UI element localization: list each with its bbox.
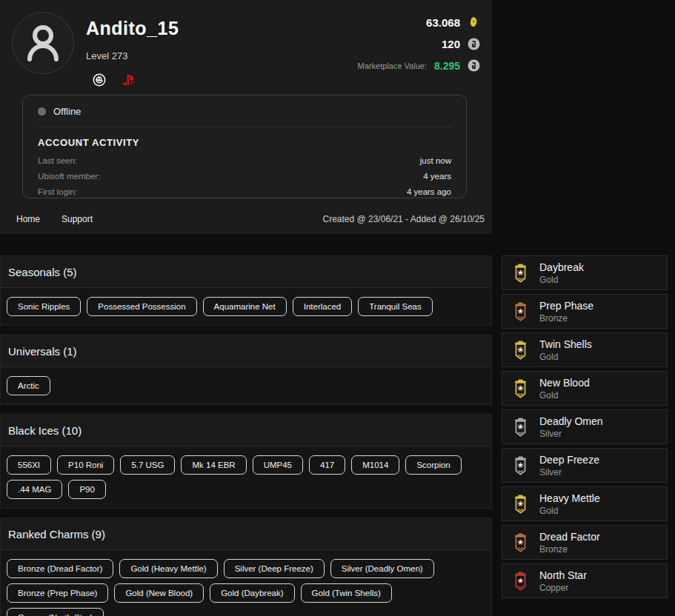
activity-value: just now [420,156,451,165]
charm-name: New Blood [539,377,590,389]
charm-name: Deep Freeze [539,454,599,466]
chip[interactable]: Sonic Ripples [7,297,81,316]
chip[interactable]: Gold (New Blood) [114,583,204,603]
chip[interactable]: 417 [309,455,345,475]
charm-icon [513,378,528,399]
currency-column: 63.068120Marketplace Value:8.295 [321,12,480,90]
chip[interactable]: Arctic [7,376,50,395]
section-header: Universals (1) [1,335,491,367]
currency-value: 8.295 [434,60,460,72]
section: Ranked Charms (9)Bronze (Dread Factor)Go… [0,518,492,616]
charm-icon [513,494,528,515]
charm-tier-label: Gold [539,352,592,362]
charm-banner-icon [513,301,528,322]
charm-card[interactable]: New BloodGold [502,371,668,406]
section-title: Black Ices (10) [8,424,82,437]
r6-credits-icon [468,38,480,50]
section-body: Sonic RipplesPossessed PossessionAquamar… [1,288,491,325]
charm-name: Twin Shells [539,338,592,350]
charm-card[interactable]: Heavy MettleGold [502,486,668,521]
charm-card[interactable]: Dread FactorBronze [502,525,668,560]
platform-icons [86,73,321,90]
charm-card[interactable]: Twin ShellsGold [502,332,668,367]
charm-card[interactable]: DaybreakGold [502,255,668,290]
charm-name: Dread Factor [539,531,600,543]
footer-link-home[interactable]: Home [16,214,40,224]
page-title: Andito_15 [86,18,321,39]
charm-card[interactable]: Prep PhaseBronze [502,294,668,329]
playstation-icon [122,73,136,90]
charm-banner-icon [513,263,528,284]
charm-name: Deadly Omen [539,415,603,427]
chip[interactable]: Bronze (Dread Factor) [7,559,113,578]
chip[interactable]: Possessed Possession [87,297,196,316]
ubisoft-icon [93,73,106,90]
section-header: Black Ices (10) [1,415,491,446]
status-badge: Offline [53,106,81,117]
charm-name: Heavy Mettle [539,492,600,504]
section-body: 556XIP10 Roni5.7 USGMk 14 EBRUMP45417M10… [1,446,491,508]
section-title: Universals (1) [8,345,77,358]
charm-banner-icon [513,455,528,476]
charm-tier-label: Copper [539,583,587,593]
section-header: Seasonals (5) [1,256,491,288]
section: Seasonals (5)Sonic RipplesPossessed Poss… [0,255,492,326]
chip[interactable]: UMP45 [253,455,303,475]
profile-header: Andito_15 Level 273 [0,0,492,234]
chip[interactable]: Interlaced [293,297,353,316]
activity-label: Ubisoft member: [38,172,100,181]
charm-text: Deadly OmenSilver [539,415,603,439]
r6-credits-icon [468,59,480,72]
charm-banner-icon [513,378,528,399]
activity-value: 4 years ago [407,187,451,196]
charm-text: Twin ShellsGold [539,338,592,362]
chip[interactable]: 556XI [7,455,51,475]
person-icon [22,22,64,64]
identity: Andito_15 Level 273 [86,12,321,90]
chip[interactable]: 5.7 USG [120,455,175,475]
chip[interactable]: Tranquil Seas [358,297,433,316]
chip[interactable]: Silver (Deep Freeze) [224,559,325,578]
charm-sidebar: DaybreakGold Prep PhaseBronze Twin Shell… [502,255,668,602]
chip[interactable]: Mk 14 EBR [181,455,246,475]
charm-text: New BloodGold [539,377,590,401]
charm-tier-label: Bronze [539,544,600,555]
charm-text: Deep FreezeSilver [539,454,599,478]
section-body: Arctic [1,367,491,404]
charm-banner-icon [513,340,528,361]
level-label: Level 273 [86,50,321,61]
charm-text: Dread FactorBronze [539,531,600,555]
section-body: Bronze (Dread Factor)Gold (Heavy Mettle)… [1,550,491,616]
charm-icon [513,532,528,553]
chip[interactable]: Gold (Twin Shells) [301,583,392,603]
chip[interactable]: .44 MAG [7,480,62,499]
charm-card[interactable]: North StarCopper [502,563,668,598]
charm-icon [513,455,528,476]
page: Andito_15 Level 273 [0,0,675,616]
charm-icon [513,340,528,361]
chip[interactable]: Gold (Heavy Mettle) [119,559,217,578]
charm-tier-label: Bronze [539,313,593,324]
chip[interactable]: Aquamarine Net [203,297,287,316]
activity-value: 4 years [423,172,451,181]
currency-value: 63.068 [426,16,460,29]
account-activity-rows: Last seen:just nowUbisoft member:4 years… [38,156,451,196]
header-footer: HomeSupport Created @ 23/06/21 - Added @… [0,204,492,234]
charm-text: Heavy MettleGold [539,492,600,516]
chip[interactable]: Gold (Daybreak) [210,583,294,603]
section: Black Ices (10)556XIP10 Roni5.7 USGMk 14… [0,414,492,509]
charm-card[interactable]: Deep FreezeSilver [502,448,668,483]
footer-link-support[interactable]: Support [61,214,93,224]
chip[interactable]: Silver (Deadly Omen) [330,559,434,578]
chip[interactable]: M1014 [351,455,399,475]
charm-card[interactable]: Deadly OmenSilver [502,409,668,444]
charm-text: DaybreakGold [539,261,584,285]
section-title: Ranked Charms (9) [8,528,105,540]
chip[interactable]: Bronze (Prep Phase) [7,583,108,603]
charm-tier-label: Silver [539,467,599,478]
chip[interactable]: P90 [68,480,105,499]
chip[interactable]: P10 Roni [57,455,114,475]
created-added-meta: Created @ 23/06/21 - Added @ 26/10/25 [322,214,485,224]
chip[interactable]: Copper (North Star) [7,608,104,616]
chip[interactable]: Scorpion [405,455,461,475]
